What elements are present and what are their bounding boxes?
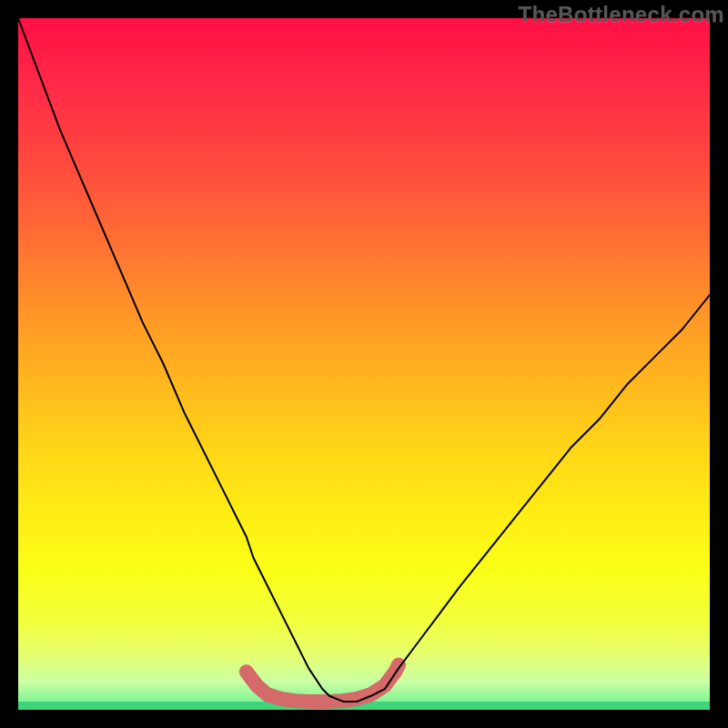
bottleneck-curve-path: [18, 18, 710, 702]
chart-frame: TheBottleneck.com: [0, 0, 728, 728]
plot-area: [18, 18, 710, 710]
watermark-text: TheBottleneck.com: [519, 2, 724, 27]
curve-layer: [18, 18, 710, 710]
bottom-band-path: [247, 665, 399, 702]
